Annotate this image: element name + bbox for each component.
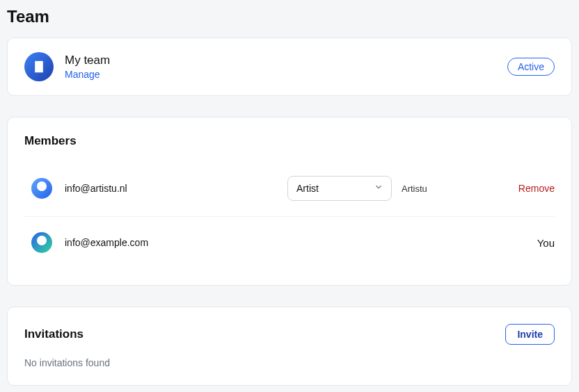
members-title: Members bbox=[24, 134, 77, 148]
member-row: info@example.com You bbox=[24, 216, 555, 268]
members-card: Members info@artistu.nl Artist Artistu R… bbox=[7, 117, 572, 286]
team-name: My team bbox=[65, 53, 507, 68]
page-title: Team bbox=[7, 7, 572, 26]
member-name-label: Artistu bbox=[402, 183, 427, 194]
team-status-badge: Active bbox=[507, 58, 555, 76]
team-avatar bbox=[24, 52, 54, 81]
team-info: My team Manage bbox=[65, 53, 507, 81]
invite-button[interactable]: Invite bbox=[505, 324, 555, 345]
member-row: info@artistu.nl Artist Artistu Remove bbox=[24, 161, 555, 216]
invitations-card: Invitations Invite No invitations found bbox=[7, 307, 572, 386]
role-select-wrapper: Artist bbox=[287, 176, 392, 201]
team-manage-link[interactable]: Manage bbox=[65, 68, 507, 81]
member-email: info@artistu.nl bbox=[65, 183, 287, 194]
member-avatar bbox=[31, 232, 52, 253]
team-summary-card: My team Manage Active bbox=[7, 38, 572, 96]
invitations-empty-text: No invitations found bbox=[24, 357, 555, 368]
role-select[interactable]: Artist bbox=[287, 176, 392, 201]
member-email: info@example.com bbox=[65, 237, 287, 248]
member-avatar bbox=[31, 178, 52, 199]
invitations-title: Invitations bbox=[24, 327, 84, 341]
building-icon bbox=[32, 60, 46, 74]
remove-member-link[interactable]: Remove bbox=[518, 183, 555, 194]
invitations-header: Invitations Invite bbox=[24, 324, 555, 345]
members-header: Members bbox=[24, 134, 555, 148]
member-you-label: You bbox=[537, 237, 555, 249]
